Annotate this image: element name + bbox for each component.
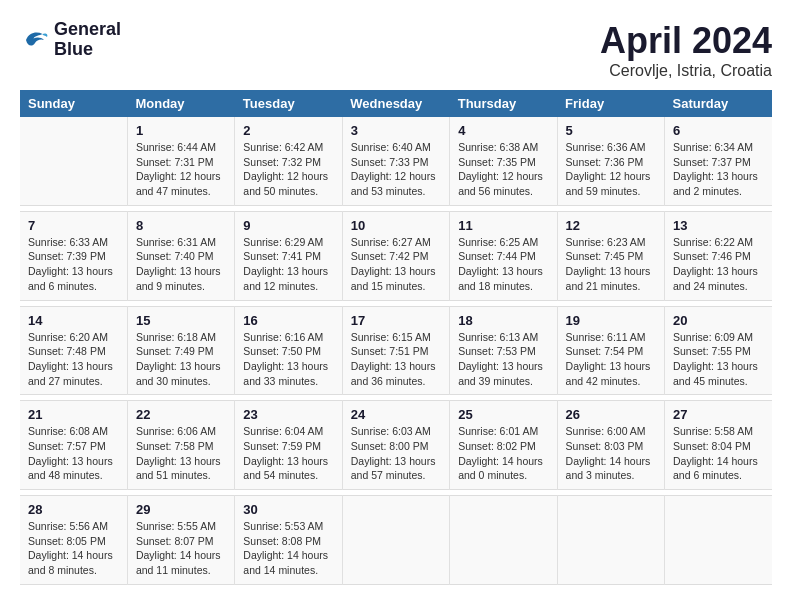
calendar-week-row: 7Sunrise: 6:33 AM Sunset: 7:39 PM Daylig… (20, 211, 772, 300)
logo: General Blue (20, 20, 121, 60)
day-number: 3 (351, 123, 441, 138)
day-number: 12 (566, 218, 656, 233)
day-detail: Sunrise: 6:44 AM Sunset: 7:31 PM Dayligh… (136, 140, 226, 199)
day-number: 20 (673, 313, 764, 328)
calendar-cell: 28Sunrise: 5:56 AM Sunset: 8:05 PM Dayli… (20, 496, 127, 585)
calendar-cell: 9Sunrise: 6:29 AM Sunset: 7:41 PM Daylig… (235, 211, 342, 300)
day-detail: Sunrise: 6:00 AM Sunset: 8:03 PM Dayligh… (566, 424, 656, 483)
column-header-thursday: Thursday (450, 90, 557, 117)
day-number: 13 (673, 218, 764, 233)
day-detail: Sunrise: 6:04 AM Sunset: 7:59 PM Dayligh… (243, 424, 333, 483)
month-year-title: April 2024 (600, 20, 772, 62)
day-detail: Sunrise: 6:29 AM Sunset: 7:41 PM Dayligh… (243, 235, 333, 294)
day-number: 7 (28, 218, 119, 233)
calendar-cell (450, 496, 557, 585)
day-detail: Sunrise: 6:20 AM Sunset: 7:48 PM Dayligh… (28, 330, 119, 389)
day-detail: Sunrise: 6:15 AM Sunset: 7:51 PM Dayligh… (351, 330, 441, 389)
calendar-week-row: 21Sunrise: 6:08 AM Sunset: 7:57 PM Dayli… (20, 401, 772, 490)
calendar-week-row: 1Sunrise: 6:44 AM Sunset: 7:31 PM Daylig… (20, 117, 772, 205)
calendar-cell (342, 496, 449, 585)
calendar-cell: 16Sunrise: 6:16 AM Sunset: 7:50 PM Dayli… (235, 306, 342, 395)
calendar-cell: 2Sunrise: 6:42 AM Sunset: 7:32 PM Daylig… (235, 117, 342, 205)
calendar-cell: 15Sunrise: 6:18 AM Sunset: 7:49 PM Dayli… (127, 306, 234, 395)
day-number: 28 (28, 502, 119, 517)
calendar-cell: 13Sunrise: 6:22 AM Sunset: 7:46 PM Dayli… (665, 211, 772, 300)
calendar-cell: 14Sunrise: 6:20 AM Sunset: 7:48 PM Dayli… (20, 306, 127, 395)
calendar-cell: 23Sunrise: 6:04 AM Sunset: 7:59 PM Dayli… (235, 401, 342, 490)
page-header: General Blue April 2024 Cerovlje, Istria… (20, 20, 772, 80)
calendar-cell: 29Sunrise: 5:55 AM Sunset: 8:07 PM Dayli… (127, 496, 234, 585)
day-detail: Sunrise: 6:16 AM Sunset: 7:50 PM Dayligh… (243, 330, 333, 389)
title-section: April 2024 Cerovlje, Istria, Croatia (600, 20, 772, 80)
day-number: 18 (458, 313, 548, 328)
calendar-cell (20, 117, 127, 205)
day-number: 24 (351, 407, 441, 422)
calendar-cell (665, 496, 772, 585)
column-header-wednesday: Wednesday (342, 90, 449, 117)
location-subtitle: Cerovlje, Istria, Croatia (600, 62, 772, 80)
day-detail: Sunrise: 5:56 AM Sunset: 8:05 PM Dayligh… (28, 519, 119, 578)
day-number: 11 (458, 218, 548, 233)
column-header-monday: Monday (127, 90, 234, 117)
day-number: 25 (458, 407, 548, 422)
logo-text: General Blue (54, 20, 121, 60)
calendar-cell: 6Sunrise: 6:34 AM Sunset: 7:37 PM Daylig… (665, 117, 772, 205)
column-header-saturday: Saturday (665, 90, 772, 117)
day-number: 8 (136, 218, 226, 233)
calendar-cell: 19Sunrise: 6:11 AM Sunset: 7:54 PM Dayli… (557, 306, 664, 395)
day-detail: Sunrise: 6:42 AM Sunset: 7:32 PM Dayligh… (243, 140, 333, 199)
calendar-cell: 4Sunrise: 6:38 AM Sunset: 7:35 PM Daylig… (450, 117, 557, 205)
day-detail: Sunrise: 6:18 AM Sunset: 7:49 PM Dayligh… (136, 330, 226, 389)
column-header-tuesday: Tuesday (235, 90, 342, 117)
calendar-week-row: 14Sunrise: 6:20 AM Sunset: 7:48 PM Dayli… (20, 306, 772, 395)
day-number: 1 (136, 123, 226, 138)
calendar-cell: 5Sunrise: 6:36 AM Sunset: 7:36 PM Daylig… (557, 117, 664, 205)
day-number: 16 (243, 313, 333, 328)
calendar-cell: 7Sunrise: 6:33 AM Sunset: 7:39 PM Daylig… (20, 211, 127, 300)
calendar-cell: 3Sunrise: 6:40 AM Sunset: 7:33 PM Daylig… (342, 117, 449, 205)
calendar-week-row: 28Sunrise: 5:56 AM Sunset: 8:05 PM Dayli… (20, 496, 772, 585)
day-number: 19 (566, 313, 656, 328)
day-number: 17 (351, 313, 441, 328)
day-detail: Sunrise: 5:55 AM Sunset: 8:07 PM Dayligh… (136, 519, 226, 578)
calendar-cell: 17Sunrise: 6:15 AM Sunset: 7:51 PM Dayli… (342, 306, 449, 395)
column-header-friday: Friday (557, 90, 664, 117)
day-detail: Sunrise: 6:01 AM Sunset: 8:02 PM Dayligh… (458, 424, 548, 483)
calendar-cell: 18Sunrise: 6:13 AM Sunset: 7:53 PM Dayli… (450, 306, 557, 395)
column-header-sunday: Sunday (20, 90, 127, 117)
calendar-cell (557, 496, 664, 585)
day-detail: Sunrise: 6:06 AM Sunset: 7:58 PM Dayligh… (136, 424, 226, 483)
logo-icon (20, 25, 50, 55)
day-number: 14 (28, 313, 119, 328)
calendar-cell: 8Sunrise: 6:31 AM Sunset: 7:40 PM Daylig… (127, 211, 234, 300)
day-detail: Sunrise: 6:27 AM Sunset: 7:42 PM Dayligh… (351, 235, 441, 294)
day-number: 22 (136, 407, 226, 422)
day-detail: Sunrise: 6:34 AM Sunset: 7:37 PM Dayligh… (673, 140, 764, 199)
calendar-cell: 30Sunrise: 5:53 AM Sunset: 8:08 PM Dayli… (235, 496, 342, 585)
day-detail: Sunrise: 6:11 AM Sunset: 7:54 PM Dayligh… (566, 330, 656, 389)
day-number: 15 (136, 313, 226, 328)
calendar-cell: 10Sunrise: 6:27 AM Sunset: 7:42 PM Dayli… (342, 211, 449, 300)
calendar-table: SundayMondayTuesdayWednesdayThursdayFrid… (20, 90, 772, 585)
day-detail: Sunrise: 6:36 AM Sunset: 7:36 PM Dayligh… (566, 140, 656, 199)
day-detail: Sunrise: 6:08 AM Sunset: 7:57 PM Dayligh… (28, 424, 119, 483)
calendar-cell: 25Sunrise: 6:01 AM Sunset: 8:02 PM Dayli… (450, 401, 557, 490)
day-detail: Sunrise: 5:58 AM Sunset: 8:04 PM Dayligh… (673, 424, 764, 483)
day-number: 2 (243, 123, 333, 138)
calendar-cell: 24Sunrise: 6:03 AM Sunset: 8:00 PM Dayli… (342, 401, 449, 490)
calendar-cell: 26Sunrise: 6:00 AM Sunset: 8:03 PM Dayli… (557, 401, 664, 490)
day-number: 30 (243, 502, 333, 517)
day-detail: Sunrise: 6:03 AM Sunset: 8:00 PM Dayligh… (351, 424, 441, 483)
day-number: 26 (566, 407, 656, 422)
calendar-cell: 12Sunrise: 6:23 AM Sunset: 7:45 PM Dayli… (557, 211, 664, 300)
day-number: 6 (673, 123, 764, 138)
calendar-cell: 27Sunrise: 5:58 AM Sunset: 8:04 PM Dayli… (665, 401, 772, 490)
day-detail: Sunrise: 6:22 AM Sunset: 7:46 PM Dayligh… (673, 235, 764, 294)
day-detail: Sunrise: 6:33 AM Sunset: 7:39 PM Dayligh… (28, 235, 119, 294)
day-number: 23 (243, 407, 333, 422)
day-number: 4 (458, 123, 548, 138)
day-number: 27 (673, 407, 764, 422)
day-detail: Sunrise: 6:38 AM Sunset: 7:35 PM Dayligh… (458, 140, 548, 199)
calendar-cell: 21Sunrise: 6:08 AM Sunset: 7:57 PM Dayli… (20, 401, 127, 490)
calendar-cell: 11Sunrise: 6:25 AM Sunset: 7:44 PM Dayli… (450, 211, 557, 300)
